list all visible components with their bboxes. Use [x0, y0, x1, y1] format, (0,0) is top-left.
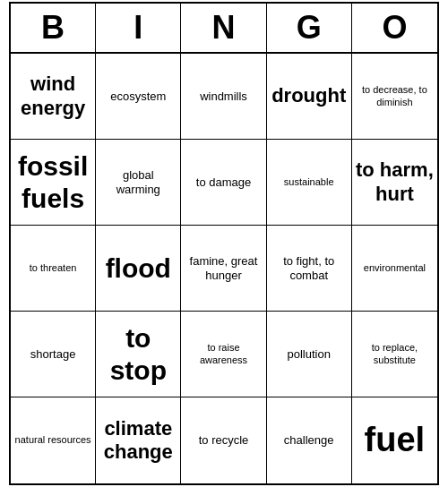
bingo-cell: drought: [267, 54, 352, 140]
bingo-cell: flood: [96, 226, 181, 312]
header-letter: I: [96, 4, 181, 52]
bingo-cell: environmental: [352, 226, 437, 312]
bingo-header: BINGO: [11, 4, 437, 54]
bingo-cell: to replace, substitute: [352, 312, 437, 397]
bingo-grid: wind energyecosystemwindmillsdroughtto d…: [11, 54, 437, 483]
header-letter: G: [267, 4, 352, 52]
bingo-cell: to recycle: [181, 397, 266, 483]
bingo-cell: to raise awareness: [181, 312, 266, 397]
bingo-cell: windmills: [181, 54, 266, 140]
bingo-cell: fuel: [352, 397, 437, 483]
bingo-cell: natural resources: [11, 397, 96, 483]
bingo-cell: to fight, to combat: [267, 226, 352, 312]
bingo-cell: fossil fuels: [11, 140, 96, 226]
bingo-cell: wind energy: [11, 54, 96, 140]
bingo-cell: global warming: [96, 140, 181, 226]
bingo-cell: sustainable: [267, 140, 352, 226]
bingo-cell: to damage: [181, 140, 266, 226]
bingo-cell: pollution: [267, 312, 352, 397]
bingo-cell: to harm, hurt: [352, 140, 437, 226]
bingo-cell: challenge: [267, 397, 352, 483]
bingo-cell: to decrease, to diminish: [352, 54, 437, 140]
bingo-cell: to stop: [96, 312, 181, 397]
header-letter: B: [11, 4, 96, 52]
header-letter: O: [352, 4, 437, 52]
header-letter: N: [181, 4, 266, 52]
bingo-cell: ecosystem: [96, 54, 181, 140]
bingo-cell: famine, great hunger: [181, 226, 266, 312]
bingo-cell: shortage: [11, 312, 96, 397]
bingo-cell: climate change: [96, 397, 181, 483]
bingo-cell: to threaten: [11, 226, 96, 312]
bingo-card: BINGO wind energyecosystemwindmillsdroug…: [9, 2, 439, 485]
